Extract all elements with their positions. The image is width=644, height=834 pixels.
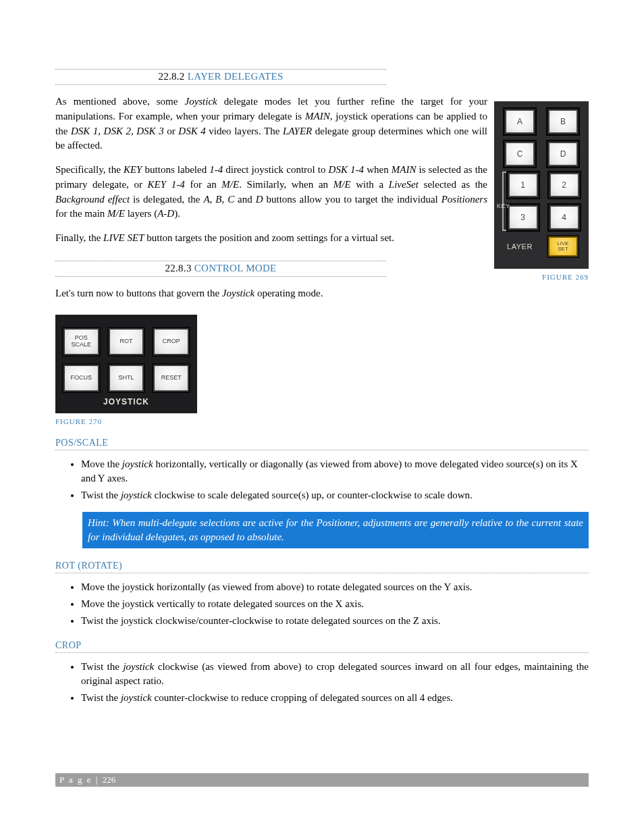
paragraph: Finally, the LIVE SET button targets the… [55,231,487,246]
layer-a-button[interactable]: A [504,108,536,135]
paragraph: Let's turn now to buttons that govern th… [55,286,589,301]
subheading-pos-scale: POS/SCALE [55,438,589,450]
footer-page-label: P a g e [59,775,92,785]
key-4-button[interactable]: 4 [548,204,581,231]
list-item: Move the joystick horizontally (as viewe… [81,580,589,594]
key-1-button[interactable]: 1 [507,172,539,199]
key-2-button[interactable]: 2 [548,172,581,199]
figure-270-caption: FIGURE 270 [55,417,589,425]
section-title: LAYER DELEGATES [188,71,284,82]
list-item: Twist the joystick clockwise to scale de… [81,488,589,502]
list-item: Move the joystick horizontally, vertical… [81,457,589,486]
figure-269: A B C D 1 2 3 4 KEY LAYER LIVE SET [494,101,589,281]
paragraph: Specifically, the KEY buttons labeled 1-… [55,163,487,221]
focus-button[interactable]: FOCUS [62,363,101,393]
live-set-button[interactable]: LIVE SET [547,235,579,258]
footer-page-number: 226 [103,775,116,785]
footer-sep: | [92,775,103,785]
live-set-button-line2: SET [558,246,568,252]
subheading-crop: CROP [55,640,589,653]
list-item: Twist the joystick counter-clockwise to … [81,691,589,705]
crop-button[interactable]: CROP [152,327,190,357]
section-number: 22.8.3 [165,263,191,273]
layer-d-button[interactable]: D [547,140,579,167]
key-3-button[interactable]: 3 [507,204,539,231]
section-number: 22.8.2 [158,71,184,82]
bullet-list: Move the joystick horizontally, vertical… [81,457,589,502]
page-footer: P a g e | 226 [55,773,589,787]
rot-button[interactable]: ROT [107,327,146,357]
paragraph: As mentioned above, some Joystick delega… [55,95,487,153]
pos-scale-button[interactable]: POS SCALE [62,327,101,357]
bullet-list: Move the joystick horizontally (as viewe… [81,580,589,628]
joystick-panel-label: JOYSTICK [62,397,190,407]
list-item: Twist the joystick clockwise/counter-clo… [81,614,589,628]
layer-group-label: LAYER [501,235,539,258]
layer-c-button[interactable]: C [504,140,536,167]
layer-delegate-panel: A B C D 1 2 3 4 KEY LAYER LIVE SET [494,101,589,269]
key-group-label: KEY [497,203,510,209]
subheading-rot: ROT (ROTATE) [55,561,589,573]
shtl-button[interactable]: SHTL [107,363,146,393]
hint-callout: Hint: When multi-delegate selections are… [82,512,589,548]
section-heading-control-mode: 22.8.3 CONTROL MODE [55,261,386,277]
figure-269-caption: FIGURE 269 [494,273,589,281]
layer-b-button[interactable]: B [547,108,579,135]
section-title: CONTROL MODE [194,263,277,273]
joystick-mode-panel: POS SCALE ROT CROP FOCUS SHTL RESET JOYS… [55,315,197,413]
reset-button[interactable]: RESET [152,363,190,393]
figure-270: POS SCALE ROT CROP FOCUS SHTL RESET JOYS… [55,315,197,413]
section-heading-layer-delegates: 22.8.2 LAYER DELEGATES [55,69,386,85]
bullet-list: Twist the joystick clockwise (as viewed … [81,660,589,705]
list-item: Move the joystick vertically to rotate d… [81,597,589,611]
list-item: Twist the joystick clockwise (as viewed … [81,660,589,688]
